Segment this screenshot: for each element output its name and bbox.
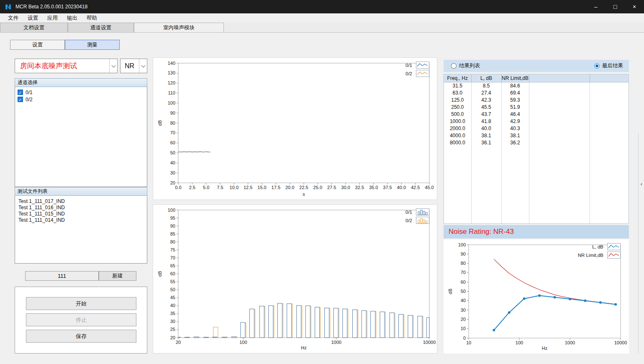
svg-text:75: 75 bbox=[170, 247, 175, 252]
menu-output[interactable]: 输出 bbox=[62, 15, 82, 22]
start-button[interactable]: 开始 bbox=[26, 297, 136, 310]
svg-text:32.5: 32.5 bbox=[355, 185, 364, 190]
table-header-cell[interactable]: NR Limit,dB bbox=[501, 74, 529, 82]
svg-text:40: 40 bbox=[170, 303, 175, 308]
svg-text:Hz: Hz bbox=[301, 345, 306, 350]
svg-text:22.5: 22.5 bbox=[299, 185, 308, 190]
file-list-item[interactable]: Test 1_111_016_IND bbox=[18, 205, 144, 211]
svg-text:130: 130 bbox=[168, 70, 175, 75]
svg-text:50: 50 bbox=[461, 289, 466, 294]
menu-bar: 文件 设置 应用 输出 帮助 bbox=[0, 13, 644, 23]
svg-text:20: 20 bbox=[170, 180, 175, 185]
table-row[interactable]: 2000.040.040.3 bbox=[444, 125, 629, 132]
legend-item: 0/2 bbox=[405, 70, 429, 77]
minimize-button[interactable]: – bbox=[586, 0, 606, 13]
svg-text:70: 70 bbox=[170, 255, 175, 260]
checkbox-icon[interactable]: ✓ bbox=[18, 90, 23, 95]
svg-text:90: 90 bbox=[170, 223, 175, 228]
nr-chart: 010203040506070809010010100100010000dBHz… bbox=[444, 239, 629, 354]
test-name-value: 房间本底噪声测试 bbox=[15, 59, 109, 73]
svg-text:90: 90 bbox=[170, 110, 175, 115]
new-file-button[interactable]: 新建 bbox=[99, 271, 136, 281]
svg-text:12.5: 12.5 bbox=[244, 185, 252, 190]
file-list[interactable]: Test 1_111_017_INDTest 1_111_016_INDTest… bbox=[15, 196, 147, 264]
channel-item[interactable]: ✓0/1 bbox=[18, 89, 144, 96]
table-header-cell[interactable]: Freq., Hz bbox=[444, 74, 471, 82]
svg-text:60: 60 bbox=[170, 271, 175, 276]
svg-text:45.0: 45.0 bbox=[425, 185, 434, 190]
legend-swatch-icon bbox=[416, 208, 429, 215]
file-name-input[interactable] bbox=[25, 271, 99, 281]
svg-text:35: 35 bbox=[170, 311, 175, 316]
table-header-cell[interactable] bbox=[590, 74, 629, 82]
subtab-measure[interactable]: 测量 bbox=[65, 40, 120, 50]
svg-text:120: 120 bbox=[168, 80, 175, 85]
channel-item[interactable]: ✓0/2 bbox=[18, 96, 144, 103]
test-name-select[interactable]: 房间本底噪声测试 bbox=[15, 59, 118, 73]
svg-text:60: 60 bbox=[170, 140, 175, 145]
menu-apply[interactable]: 应用 bbox=[43, 15, 62, 22]
radio-last-result[interactable]: 最后结果 bbox=[594, 62, 623, 69]
tab-room-noise-module[interactable]: 室内噪声模块 bbox=[134, 23, 224, 32]
checkbox-icon[interactable]: ✓ bbox=[18, 97, 23, 102]
table-header-cell[interactable] bbox=[529, 74, 590, 82]
maximize-button[interactable]: □ bbox=[606, 0, 625, 13]
legend-label: 0/2 bbox=[405, 218, 412, 223]
file-list-item[interactable]: Test 1_111_015_IND bbox=[18, 211, 144, 217]
svg-text:30.0: 30.0 bbox=[341, 185, 350, 190]
save-button[interactable]: 保存 bbox=[26, 330, 136, 343]
chevron-down-icon[interactable] bbox=[109, 59, 117, 73]
table-row[interactable]: 31.58.584.6 bbox=[444, 82, 629, 89]
table-row[interactable]: 125.042.359.3 bbox=[444, 96, 629, 103]
menu-file[interactable]: 文件 bbox=[3, 15, 23, 22]
svg-text:80: 80 bbox=[170, 120, 175, 126]
window-title: MCR Beta 2.05.0.001 20230418 bbox=[15, 4, 87, 10]
svg-text:40.0: 40.0 bbox=[397, 185, 406, 190]
spectrum-chart: 2025303540455055606570758085909510020100… bbox=[153, 204, 437, 354]
svg-text:85: 85 bbox=[170, 231, 175, 236]
svg-text:25.0: 25.0 bbox=[313, 185, 322, 190]
svg-text:1000: 1000 bbox=[565, 340, 575, 345]
close-button[interactable]: × bbox=[625, 0, 644, 13]
table-row[interactable]: 250.045.551.9 bbox=[444, 103, 629, 110]
table-row[interactable]: 8000.036.136.2 bbox=[444, 139, 629, 146]
legend-item: 0/1 bbox=[405, 62, 429, 69]
table-row[interactable]: 4000.038.138.1 bbox=[444, 132, 629, 139]
svg-text:100: 100 bbox=[516, 340, 523, 345]
svg-text:1000: 1000 bbox=[331, 340, 341, 345]
collapse-arrow-icon[interactable]: ‹ bbox=[639, 178, 644, 189]
subtab-settings[interactable]: 设置 bbox=[10, 40, 65, 50]
svg-text:dB: dB bbox=[157, 120, 162, 126]
menu-help[interactable]: 帮助 bbox=[82, 15, 102, 22]
channel-list[interactable]: ✓0/1✓0/2 bbox=[15, 87, 147, 187]
svg-text:2.5: 2.5 bbox=[189, 185, 195, 190]
svg-text:27.5: 27.5 bbox=[327, 185, 336, 190]
table-row[interactable]: 63.027.469.4 bbox=[444, 89, 629, 96]
svg-text:Hz: Hz bbox=[542, 346, 547, 351]
svg-text:37.5: 37.5 bbox=[383, 185, 392, 190]
svg-text:7.5: 7.5 bbox=[217, 185, 223, 190]
svg-text:20: 20 bbox=[170, 335, 175, 340]
legend-item: 0/1 bbox=[405, 208, 429, 215]
file-list-item[interactable]: Test 1_111_017_IND bbox=[18, 198, 144, 205]
rating-standard-select[interactable]: NR bbox=[120, 59, 147, 73]
legend-item: 0/2 bbox=[405, 217, 429, 224]
radio-result-list[interactable]: 结果列表 bbox=[451, 62, 480, 69]
svg-text:110: 110 bbox=[168, 90, 175, 95]
tab-document-settings[interactable]: 文档设置 bbox=[0, 23, 68, 32]
svg-text:10000: 10000 bbox=[614, 340, 627, 345]
radio-checked-icon bbox=[594, 63, 600, 69]
svg-text:100: 100 bbox=[458, 242, 466, 247]
table-header-cell[interactable]: L, dB bbox=[471, 74, 501, 82]
chevron-down-icon[interactable] bbox=[139, 59, 147, 73]
table-row[interactable]: 1000.041.842.9 bbox=[444, 118, 629, 125]
svg-text:90: 90 bbox=[461, 251, 466, 256]
channel-label: 0/1 bbox=[26, 90, 33, 95]
svg-text:20: 20 bbox=[176, 340, 181, 345]
tab-channel-settings[interactable]: 通道设置 bbox=[68, 23, 134, 32]
table-row[interactable]: 500.043.746.4 bbox=[444, 110, 629, 118]
file-list-item[interactable]: Test 1_111_014_IND bbox=[18, 217, 144, 223]
svg-text:50: 50 bbox=[170, 150, 175, 155]
svg-text:80: 80 bbox=[461, 261, 466, 266]
menu-settings[interactable]: 设置 bbox=[23, 15, 43, 22]
